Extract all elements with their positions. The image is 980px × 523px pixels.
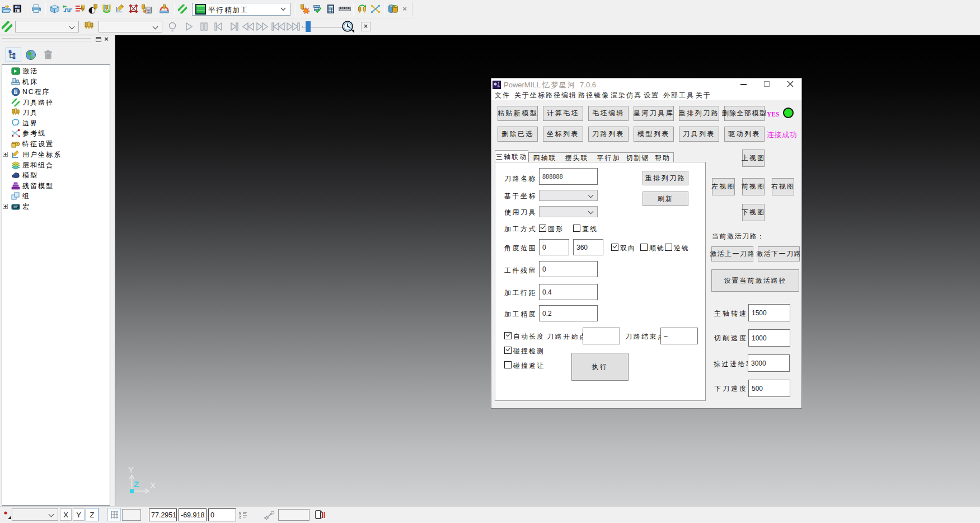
- svg-text:X: X: [150, 480, 156, 490]
- svg-text:Z: Z: [134, 479, 139, 489]
- svg-text:Y: Y: [128, 465, 134, 474]
